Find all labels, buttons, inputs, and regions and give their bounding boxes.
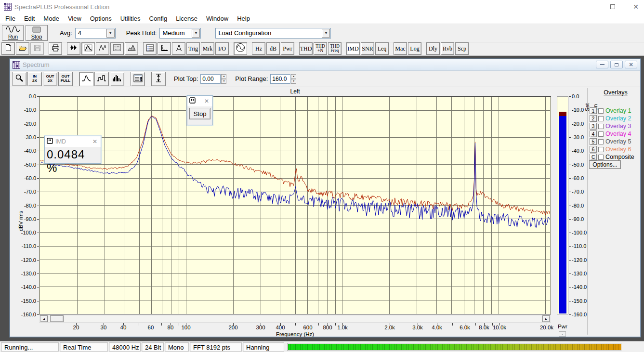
spectrum-minimize-button[interactable] — [596, 61, 608, 68]
overlay-on-checkbox-C[interactable] — [598, 155, 604, 160]
thd-n-button[interactable]: THD +N — [314, 42, 327, 55]
surface-view-button[interactable] — [125, 42, 138, 55]
overlay-set-button-5[interactable]: 5 — [590, 138, 597, 145]
stop-button[interactable]: Stop — [26, 25, 48, 41]
close-icon[interactable]: ✕ — [203, 98, 210, 104]
macro-button[interactable]: Mac — [394, 42, 407, 55]
imd-value: 0.0484 % — [45, 147, 101, 175]
spectrum-close-button[interactable]: ✕ — [625, 61, 637, 68]
overlay-options-button[interactable]: Options... — [589, 160, 621, 169]
chevron-down-icon[interactable]: ▼ — [192, 29, 200, 38]
markers-button[interactable]: Mrk — [201, 42, 214, 55]
menu-license[interactable]: License — [171, 14, 202, 23]
imd-label: IMD — [347, 45, 358, 52]
scrollbar-thumb[interactable] — [50, 315, 64, 322]
plot-horizontal-scrollbar[interactable]: ◄ ► — [39, 315, 551, 323]
thd-button[interactable]: THD — [299, 42, 313, 55]
plot-range-label: Plot Range: — [235, 75, 268, 82]
overlay-on-checkbox-6[interactable] — [598, 147, 604, 152]
load-configuration-select[interactable]: Load Configuration▼ — [215, 28, 331, 39]
step-plot-button[interactable] — [94, 72, 109, 86]
spectrogram-view-button[interactable] — [110, 42, 124, 55]
minimize-button[interactable] — [583, 2, 596, 12]
frequency-button[interactable]: Hz — [252, 42, 265, 55]
line-plot-button[interactable] — [79, 72, 93, 86]
chevron-down-icon[interactable]: ▼ — [322, 29, 330, 38]
mixer-button[interactable] — [143, 42, 157, 55]
plot-top-input[interactable]: 0.00 — [200, 74, 221, 84]
input-output-button[interactable]: I/O — [215, 42, 229, 55]
y-tick — [37, 206, 39, 206]
delay-button[interactable]: Dly — [426, 42, 440, 55]
menu-options[interactable]: Options — [86, 14, 116, 23]
print-button[interactable] — [49, 42, 62, 55]
plot-top-spinner[interactable]: ▲▼ — [221, 74, 226, 84]
overlay-set-button-2[interactable]: 2 — [590, 115, 597, 122]
scope-button[interactable]: Scp — [455, 42, 469, 55]
plot-range-spinner[interactable]: ▲▼ — [291, 74, 296, 84]
waveform-view-button[interactable] — [96, 42, 109, 55]
menu-view[interactable]: View — [64, 14, 86, 23]
time-series-button[interactable] — [67, 42, 80, 55]
menu-edit[interactable]: Edit — [20, 14, 39, 23]
generator-stop-button[interactable]: Stop — [189, 108, 210, 119]
scroll-left-icon[interactable]: ◄ — [40, 315, 48, 322]
scaling-button[interactable] — [158, 42, 171, 55]
run-button[interactable]: Run — [2, 25, 24, 41]
display-options-button[interactable] — [131, 72, 145, 86]
power-button[interactable]: Pwr — [281, 42, 294, 55]
bar-plot-button[interactable] — [110, 72, 124, 86]
imd-window-title-bar[interactable]: IMD ✕ — [45, 136, 101, 147]
thd-freq-button[interactable]: THD Freq — [328, 42, 342, 55]
overlay-set-button-4[interactable]: 4 — [590, 130, 597, 137]
amplitude-range-button[interactable] — [151, 72, 166, 86]
save-button[interactable] — [30, 42, 44, 55]
zoom-out-full-button[interactable]: OUT FULL — [58, 72, 73, 86]
spectrum-plot[interactable] — [39, 96, 551, 314]
plot-range-input[interactable]: 160.0 — [270, 74, 290, 84]
menu-help[interactable]: Help — [233, 14, 254, 23]
signal-generator-button[interactable] — [234, 42, 247, 55]
zoom-in-2x-button[interactable]: IN 2X — [27, 72, 42, 86]
menu-window[interactable]: Window — [202, 14, 233, 23]
maximize-button[interactable] — [606, 2, 619, 12]
overlay-set-button-C[interactable]: C — [590, 154, 597, 160]
y-tick-label: 0.0 — [14, 93, 36, 99]
open-button[interactable] — [16, 42, 29, 55]
overlay-label-4: Overlay 4 — [605, 130, 631, 137]
overlay-on-checkbox-5[interactable] — [598, 139, 604, 144]
overlay-on-checkbox-4[interactable] — [598, 131, 604, 137]
stop-window-title-bar[interactable]: ✕ — [187, 96, 212, 106]
decibels-button[interactable]: dB — [266, 42, 280, 55]
logging-button[interactable]: Log — [408, 42, 421, 55]
x-tick-label: 2.0k — [376, 325, 403, 330]
leq-button[interactable]: Leq — [375, 42, 389, 55]
menu-utilities[interactable]: Utilities — [116, 14, 145, 23]
overlay-set-button-1[interactable]: 1 — [590, 107, 597, 114]
spectrum-view-button[interactable] — [81, 42, 95, 55]
zoom-out-2x-button[interactable]: OUT 2X — [43, 72, 57, 86]
chevron-down-icon[interactable]: ▼ — [106, 29, 115, 38]
overlay-on-checkbox-2[interactable] — [598, 116, 604, 121]
snr-button[interactable]: SNR — [361, 42, 374, 55]
zoom-button[interactable] — [12, 72, 26, 86]
overlay-set-button-3[interactable]: 3 — [590, 123, 597, 130]
overlay-on-checkbox-1[interactable] — [598, 108, 604, 114]
overlay-on-checkbox-3[interactable] — [598, 124, 604, 129]
reverb-button[interactable]: Rvb — [441, 42, 454, 55]
trigger-button[interactable]: Trig — [186, 42, 200, 55]
peak-hold-select[interactable]: Medium▼ — [159, 28, 201, 39]
imd-button[interactable]: IMD — [346, 42, 360, 55]
calibration-button[interactable] — [172, 42, 185, 55]
menu-config[interactable]: Config — [145, 14, 172, 23]
menu-mode[interactable]: Mode — [39, 14, 64, 23]
overlay-set-button-6[interactable]: 6 — [590, 146, 597, 153]
new-button[interactable] — [1, 42, 15, 55]
spectrum-restore-button[interactable] — [610, 61, 623, 68]
scroll-right-icon[interactable]: ► — [542, 315, 550, 322]
menu-file[interactable]: File — [1, 14, 20, 23]
avg-select[interactable]: 4▼ — [75, 28, 116, 39]
close-icon[interactable]: ✕ — [91, 138, 99, 145]
close-button[interactable]: ✕ — [629, 2, 643, 12]
spectrum-title-bar[interactable]: Spectrum — [10, 59, 640, 71]
